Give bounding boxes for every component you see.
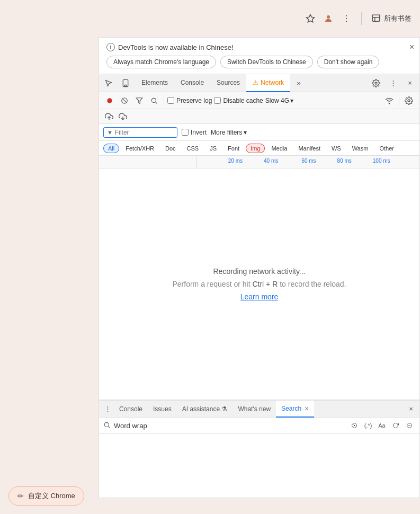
tab-console-bottom[interactable]: Console: [114, 401, 148, 418]
tab-search[interactable]: Search ×: [276, 401, 314, 418]
tick-20ms: 20 ms: [228, 158, 243, 164]
svg-line-12: [122, 98, 127, 102]
preserve-log-checkbox[interactable]: Preserve log: [167, 97, 212, 104]
wifi-icon[interactable]: [383, 94, 396, 107]
warning-icon: ⚠: [253, 79, 258, 86]
type-btn-js[interactable]: JS: [205, 144, 221, 153]
tab-issues[interactable]: Issues: [148, 401, 177, 418]
timeline-header: 20 ms 40 ms 60 ms 80 ms 100 ms: [99, 156, 419, 169]
devtools-panel: i DevTools is now available in Chinese! …: [99, 37, 420, 498]
type-btn-other[interactable]: Other: [374, 144, 399, 153]
tab-network[interactable]: ⚠ Network: [246, 74, 290, 92]
tab-elements[interactable]: Elements: [135, 74, 174, 92]
search-tools: (.*) Aa: [348, 420, 415, 431]
svg-point-20: [104, 422, 109, 427]
search-input[interactable]: [114, 422, 345, 430]
upload-icon[interactable]: [103, 111, 115, 122]
tab-console[interactable]: Console: [174, 74, 210, 92]
svg-line-15: [156, 102, 157, 103]
type-btn-wasm[interactable]: Wasm: [347, 144, 373, 153]
more-menu-icon[interactable]: [341, 13, 352, 24]
search-button[interactable]: [148, 94, 160, 107]
more-filters-button[interactable]: More filters ▾: [211, 129, 247, 136]
tab-whats-new[interactable]: What's new: [233, 401, 276, 418]
preserve-log-input[interactable]: [167, 97, 174, 104]
learn-more-link[interactable]: Learn more: [240, 293, 279, 301]
cancel-search-button[interactable]: [404, 420, 415, 431]
svg-point-10: [107, 98, 112, 103]
recording-text: Recording network activity...: [213, 267, 305, 276]
timeline-scale: 20 ms 40 ms 60 ms 80 ms 100 ms: [197, 156, 419, 168]
filter-funnel-icon: ▼: [107, 129, 113, 136]
type-filter-bar: All Fetch/XHR Doc CSS JS Font Img Media …: [99, 141, 419, 156]
switch-to-chinese-button[interactable]: Switch DevTools to Chinese: [220, 56, 313, 68]
match-language-button[interactable]: Always match Chrome's language: [106, 56, 216, 68]
type-btn-media[interactable]: Media: [266, 144, 292, 153]
network-toolbar-2: [99, 109, 419, 124]
svg-point-17: [408, 100, 410, 102]
disable-cache-checkbox[interactable]: Disable cache: [214, 97, 263, 104]
device-toolbar-icon[interactable]: [118, 76, 133, 91]
svg-point-9: [375, 82, 377, 84]
devtools-tab-bar-right: ⋮ ×: [369, 76, 417, 91]
filter-icon[interactable]: [133, 94, 146, 107]
svg-point-14: [151, 98, 156, 102]
toolbar-divider-2: [399, 95, 399, 106]
filter-input-wrapper: ▼: [103, 127, 177, 138]
inspect-element-icon[interactable]: [101, 76, 116, 91]
bottom-tab-menu-icon[interactable]: ⋮: [101, 403, 114, 415]
settings-icon[interactable]: [369, 76, 383, 91]
type-btn-doc[interactable]: Doc: [160, 144, 181, 153]
tab-more-button[interactable]: »: [291, 76, 306, 91]
bookmarks-label: 所有书签: [384, 14, 412, 23]
throttle-dropdown[interactable]: Slow 4G ▾: [265, 97, 293, 104]
chevron-down-icon: ▾: [244, 129, 247, 136]
type-btn-fetch-xhr[interactable]: Fetch/XHR: [121, 144, 159, 153]
match-case-button[interactable]: Aa: [376, 420, 388, 431]
invert-checkbox[interactable]: Invert: [182, 129, 207, 136]
tab-sources[interactable]: Sources: [210, 74, 246, 92]
svg-rect-8: [124, 85, 127, 86]
search-bar: (.*) Aa: [99, 418, 419, 434]
devtools-more-icon[interactable]: ⋮: [386, 76, 400, 91]
tick-40ms: 40 ms: [264, 158, 278, 164]
bottom-panel: ⋮ Console Issues AI assistance ⚗ What's …: [99, 400, 419, 498]
type-btn-font[interactable]: Font: [223, 144, 244, 153]
filter-input[interactable]: [115, 129, 168, 136]
bottom-panel-close-button[interactable]: ×: [405, 403, 417, 415]
svg-line-21: [109, 426, 110, 428]
filter-bar: ▼ Invert More filters ▾: [99, 124, 419, 141]
invert-input[interactable]: [182, 129, 189, 136]
clear-button[interactable]: [118, 94, 131, 107]
dont-show-again-button[interactable]: Don't show again: [317, 56, 380, 68]
clear-search-button[interactable]: [348, 420, 360, 431]
devtools-close-icon[interactable]: ×: [403, 76, 417, 91]
disable-cache-input[interactable]: [214, 97, 221, 104]
type-btn-manifest[interactable]: Manifest: [293, 144, 325, 153]
notification-close-button[interactable]: ×: [409, 43, 414, 51]
toolbar-divider: [361, 12, 362, 25]
tick-80ms: 80 ms: [337, 158, 352, 164]
tab-ai-assistance[interactable]: AI assistance ⚗: [177, 401, 233, 418]
refresh-search-button[interactable]: [390, 420, 401, 431]
chevron-down-icon: ▾: [290, 97, 293, 104]
search-tab-close[interactable]: ×: [305, 404, 309, 413]
customize-chrome-button[interactable]: ✏ 自定义 Chrome: [8, 486, 84, 506]
search-bar-icon: [103, 421, 111, 430]
star-icon[interactable]: [305, 13, 316, 24]
type-btn-ws[interactable]: WS: [327, 144, 346, 153]
tab-bar-icons: [101, 76, 133, 91]
regex-button[interactable]: (.*): [362, 420, 374, 431]
download-icon[interactable]: [117, 111, 129, 122]
type-btn-img[interactable]: Img: [246, 144, 265, 153]
type-btn-all[interactable]: All: [103, 144, 119, 153]
profile-icon[interactable]: [323, 13, 334, 24]
network-settings-icon[interactable]: [403, 94, 415, 107]
type-btn-css[interactable]: CSS: [182, 144, 204, 153]
perform-text: Perform a request or hit Ctrl + R to rec…: [173, 280, 346, 288]
browser-top-bar: 所有书签: [0, 0, 420, 37]
network-content-area: Recording network activity... Perform a …: [99, 169, 419, 400]
record-button[interactable]: [103, 94, 116, 107]
bookmarks-button[interactable]: 所有书签: [371, 14, 412, 23]
toolbar-divider-1: [164, 95, 164, 106]
